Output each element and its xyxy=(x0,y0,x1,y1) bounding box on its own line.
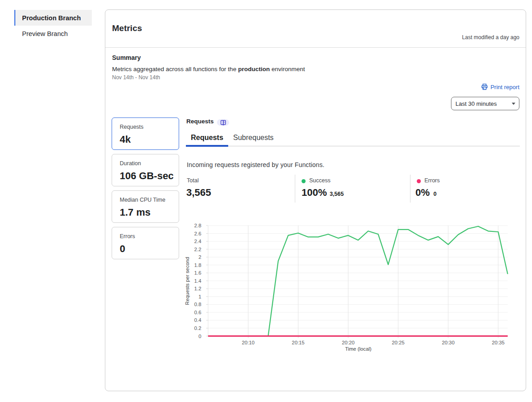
svg-text:2.4: 2.4 xyxy=(194,239,202,244)
svg-text:20:30: 20:30 xyxy=(442,340,455,345)
svg-text:20:10: 20:10 xyxy=(242,340,254,345)
svg-text:0.8: 0.8 xyxy=(194,302,202,307)
svg-text:20:25: 20:25 xyxy=(392,340,405,345)
svg-text:0.6: 0.6 xyxy=(194,310,202,315)
svg-text:1: 1 xyxy=(198,294,201,299)
svg-text:20:35: 20:35 xyxy=(492,340,505,345)
svg-text:Time (local): Time (local) xyxy=(345,346,372,352)
svg-text:2.6: 2.6 xyxy=(194,231,202,236)
svg-text:2.8: 2.8 xyxy=(194,223,202,228)
svg-text:1.6: 1.6 xyxy=(194,270,202,276)
svg-text:1.4: 1.4 xyxy=(194,278,202,284)
svg-text:2: 2 xyxy=(198,254,201,260)
svg-text:2.2: 2.2 xyxy=(194,247,202,252)
svg-text:1.2: 1.2 xyxy=(194,286,202,291)
svg-text:1.8: 1.8 xyxy=(194,262,202,268)
svg-text:20:20: 20:20 xyxy=(342,340,354,345)
svg-text:0.2: 0.2 xyxy=(194,325,202,331)
svg-text:0: 0 xyxy=(198,334,201,339)
svg-text:20:15: 20:15 xyxy=(292,340,304,345)
svg-text:0.4: 0.4 xyxy=(194,317,202,323)
svg-text:Requests per second: Requests per second xyxy=(185,257,190,305)
